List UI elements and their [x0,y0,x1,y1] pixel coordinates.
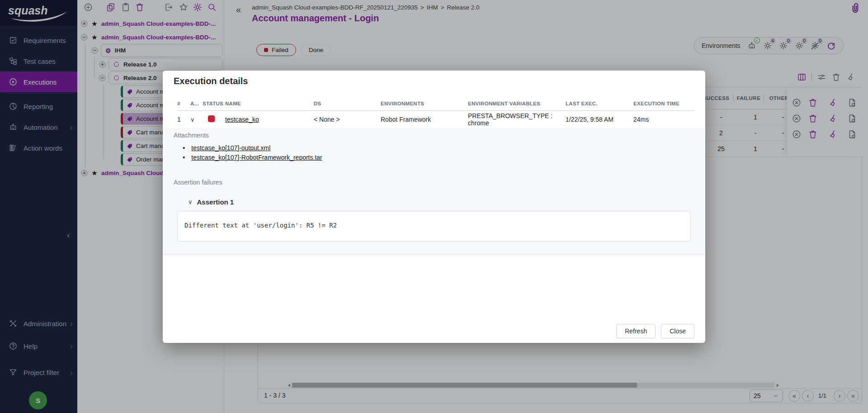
bullet-icon: • [183,144,185,152]
col-exec-time: EXECUTION TIME [633,101,694,106]
bullet-icon: • [183,153,185,161]
col-environments: ENVIRONMENTS [381,101,468,106]
cell-environments: Robot Framework [381,116,468,123]
cell-ds: < None > [314,116,381,123]
col-num: # [177,101,190,106]
execution-table: # A... STATUS NAME DS ENVIRONMENTS ENVIR… [177,97,694,128]
col-name: NAME [225,101,314,106]
cell-last-exec: 1/22/25, 9:58 AM [566,116,633,123]
assertion-header[interactable]: ∨ Assertion 1 [188,198,234,206]
col-last-exec: LAST EXEC. [566,101,633,106]
col-auto: A... [190,101,203,106]
attachment-link[interactable]: testcase_ko[107]-output.xml [191,144,270,152]
cell-num: 1 [177,116,190,123]
execution-row-details: Attachments • testcase_ko[107]-output.xm… [163,128,705,255]
attachments-label: Attachments [174,132,209,139]
assertion-failures-label: Assertion failures [174,179,222,186]
refresh-button[interactable]: Refresh [616,324,656,338]
cell-exec-time: 24ms [633,116,694,123]
execution-name-link[interactable]: testcase_ko [225,116,314,123]
close-button[interactable]: Close [661,324,694,338]
col-env-vars: ENVIRONMENT VARIABLES [468,101,566,106]
attachment-item: • testcase_ko[107]-RobotFramework_report… [183,153,322,161]
cell-status [203,115,225,123]
assertion-message: Different text at 'user/login': R5 != R2 [184,222,337,229]
collapse-row-icon[interactable]: ∨ [190,116,203,123]
modal-title: Execution details [174,76,248,86]
col-ds: DS [314,101,381,106]
execution-table-header: # A... STATUS NAME DS ENVIRONMENTS ENVIR… [177,97,694,111]
status-failed-icon [208,115,215,122]
assertion-message-box: Different text at 'user/login': R5 != R2 [177,211,691,242]
attachment-item: • testcase_ko[107]-output.xml [183,144,270,152]
execution-details-modal: Execution details # A... STATUS NAME DS … [163,71,705,343]
assertion-name: Assertion 1 [197,198,234,206]
cell-env-vars: PRESTA_BROWSER_TYPE : chrome [468,112,566,127]
execution-row: 1 ∨ testcase_ko < None > Robot Framework… [177,111,694,128]
modal-footer: Refresh Close [616,324,694,338]
attachment-link[interactable]: testcase_ko[107]-RobotFramework_reports.… [191,154,322,161]
collapse-assertion-icon[interactable]: ∨ [188,199,193,205]
col-status: STATUS [203,101,225,106]
